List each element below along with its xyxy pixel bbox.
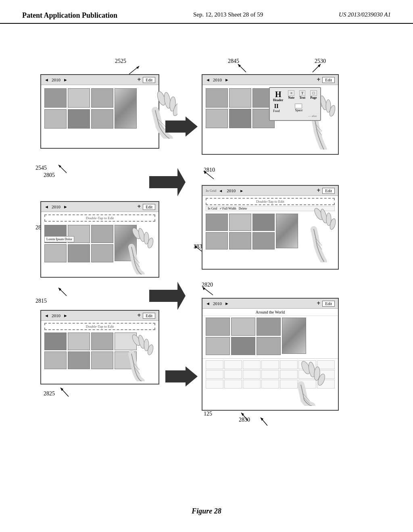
popup-footer: — after bbox=[273, 114, 317, 118]
arrow-right-icon: ► bbox=[63, 77, 68, 82]
photo-bl-7 bbox=[91, 351, 113, 369]
nav-left: ◄ 2010 ► bbox=[44, 77, 68, 82]
popup-header-label: Header bbox=[273, 98, 283, 102]
photo-mr-5 bbox=[229, 232, 251, 249]
diagram-botright: ◄ 2010 ► + Edit Around the World bbox=[202, 298, 339, 411]
diagram-midleft: ◄ 2010 ► + Edit Double-Tap to Edit bbox=[40, 201, 159, 278]
edit-button-tr[interactable]: Edit bbox=[322, 77, 335, 83]
popup-note-label: Note bbox=[288, 96, 294, 100]
popup-space-label: Space bbox=[295, 108, 302, 112]
svg-marker-1 bbox=[136, 66, 139, 69]
svg-marker-23 bbox=[204, 171, 206, 174]
photo-mr-3 bbox=[252, 214, 275, 231]
photo-mr-4 bbox=[206, 232, 228, 249]
photo-tr-1 bbox=[206, 88, 228, 108]
arrow-right-mr: ► bbox=[240, 189, 244, 193]
photo-tr-2 bbox=[229, 88, 251, 108]
arrow-left-icon-tr: ◄ bbox=[206, 77, 210, 82]
photo-br-3 bbox=[257, 318, 281, 336]
toolbar-right-br: + Edit bbox=[317, 300, 335, 307]
photo-cell bbox=[44, 109, 67, 129]
grid-cell bbox=[206, 370, 223, 379]
delete-option[interactable]: Delete bbox=[239, 207, 247, 210]
arrow-top-right bbox=[165, 116, 198, 137]
popup-note: ≡ Note bbox=[288, 90, 294, 102]
popup-header: H Header bbox=[273, 90, 283, 102]
photo-br-1 bbox=[206, 318, 230, 336]
edit-mr[interactable]: Edit bbox=[322, 188, 335, 194]
photo-bl-3 bbox=[91, 332, 113, 350]
lorem-label: Lorem Ipsum Dolor bbox=[44, 236, 74, 242]
label-2825: 2825 bbox=[44, 391, 55, 397]
grid-cell bbox=[243, 380, 261, 389]
photo-cell bbox=[91, 109, 113, 129]
around-world-label: Around the World bbox=[202, 309, 338, 316]
photo-br-2 bbox=[231, 318, 255, 336]
arrow-2810 bbox=[200, 169, 216, 181]
h-letter: H bbox=[273, 90, 283, 98]
photo-ml-4 bbox=[44, 244, 67, 262]
grid-cell bbox=[261, 370, 279, 379]
photo-br-6 bbox=[257, 337, 281, 355]
edit-br[interactable]: Edit bbox=[322, 301, 335, 307]
popup-text-label: Text bbox=[299, 96, 305, 100]
toolbar-mr: In Grid ◄ 2010 ► + Edit bbox=[202, 186, 338, 196]
edit-bl[interactable]: Edit bbox=[143, 313, 155, 319]
nav-mr-left: In Grid ◄ 2010 ► bbox=[206, 188, 244, 193]
svg-marker-21 bbox=[149, 168, 186, 196]
photo-grid-tr bbox=[202, 85, 278, 131]
figure-content: 2525 ◄ 2010 ► + Edit bbox=[0, 24, 413, 528]
toolbar-right-mr: + Edit bbox=[317, 187, 335, 194]
fullwidth-option[interactable]: ✓Full Width bbox=[219, 207, 236, 210]
arrow-right-ml: ► bbox=[63, 204, 68, 209]
photo-tr-4 bbox=[206, 109, 228, 128]
svg-marker-10 bbox=[165, 116, 198, 137]
double-tap-ml: Double-Tap to Edit bbox=[44, 214, 155, 222]
arrow-2815 bbox=[56, 286, 69, 298]
diagram-midright: In Grid ◄ 2010 ► + Edit Double-Tap to Ed… bbox=[202, 185, 339, 270]
year-bl: 2010 bbox=[52, 313, 60, 318]
photo-mr-2 bbox=[229, 214, 251, 231]
big-h-popup: H Header ≡ Note T Text □ Page bbox=[269, 87, 321, 121]
content-topright: H Header ≡ Note T Text □ Page bbox=[202, 85, 338, 150]
text-icon: T bbox=[299, 90, 305, 96]
label-125: 125 bbox=[204, 411, 212, 417]
hand-mr bbox=[302, 206, 338, 262]
arrow-125 bbox=[238, 411, 254, 423]
grid-cell bbox=[224, 360, 242, 369]
arrow-right-icon-tr: ► bbox=[225, 77, 229, 82]
arrow-2845 bbox=[226, 62, 250, 74]
publication-title: Patent Application Publication bbox=[22, 11, 117, 20]
photo-cell bbox=[44, 88, 67, 108]
arrow-2530 bbox=[309, 62, 333, 74]
popup-text: T Text bbox=[299, 90, 305, 102]
photo-bl-6 bbox=[68, 351, 90, 369]
svg-marker-40 bbox=[149, 282, 186, 310]
grid-cell bbox=[243, 370, 261, 379]
ingrid-nav-label: In Grid bbox=[206, 189, 216, 193]
grid-cell bbox=[243, 360, 261, 369]
toolbar-br: ◄ 2010 ► + Edit bbox=[202, 299, 338, 309]
photo-ml-3 bbox=[91, 225, 113, 243]
photo-mr-1 bbox=[206, 214, 228, 231]
diagram-botleft: ◄ 2010 ► + Edit Double-Tap to Edit bbox=[40, 310, 159, 384]
popup-food-label: Food bbox=[273, 109, 280, 113]
photo-br-bridge bbox=[282, 318, 306, 354]
edit-ml[interactable]: Edit bbox=[143, 204, 155, 210]
year-ml: 2010 bbox=[52, 204, 60, 209]
hand-ml bbox=[120, 226, 156, 274]
nav-br: ◄ 2010 ► bbox=[206, 301, 229, 306]
plus-br: + bbox=[317, 300, 320, 307]
photo-mr-6 bbox=[252, 232, 275, 249]
photo-tr-5 bbox=[229, 109, 251, 128]
note-icon: ≡ bbox=[288, 90, 294, 96]
photo-bl-5 bbox=[44, 351, 67, 369]
popup-page: □ Page bbox=[310, 90, 317, 102]
toolbar-bl: ◄ 2010 ► + Edit bbox=[41, 311, 159, 321]
grid-cell bbox=[224, 370, 242, 379]
arrow-2820 bbox=[198, 285, 214, 297]
ingrid-option[interactable]: In Grid bbox=[208, 207, 217, 210]
nav-bl: ◄ 2010 ► bbox=[44, 313, 68, 318]
edit-button[interactable]: Edit bbox=[143, 77, 155, 83]
photo-cell bbox=[68, 88, 90, 108]
